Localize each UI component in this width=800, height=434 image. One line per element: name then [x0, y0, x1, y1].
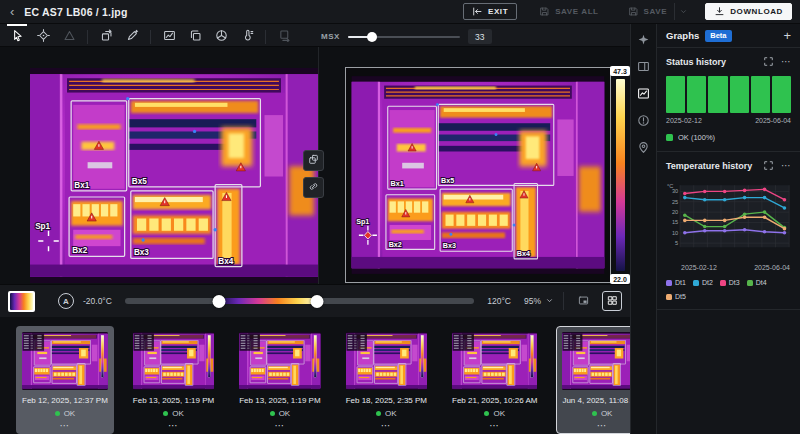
spot-tool-button[interactable] — [30, 27, 56, 47]
rail-sparkle-button[interactable] — [637, 33, 650, 49]
expand-icon[interactable] — [763, 160, 774, 172]
more-icon[interactable]: ⋯ — [781, 56, 791, 68]
isotherm-tool-button[interactable] — [234, 27, 260, 47]
levels-tool-icon — [163, 29, 176, 45]
msx-slider[interactable] — [348, 31, 460, 43]
status-legend: OK (100%) — [666, 133, 791, 142]
add-graph-button[interactable]: + — [783, 29, 791, 42]
save-dropdown-button[interactable] — [674, 3, 692, 20]
exit-icon — [472, 6, 483, 17]
status-history-bar[interactable] — [666, 76, 791, 113]
status-segment[interactable] — [772, 76, 791, 113]
thumbnail-more-button[interactable]: ⋯ — [168, 421, 179, 431]
temperature-range-slider[interactable] — [125, 293, 474, 309]
back-button[interactable]: ‹ — [8, 5, 16, 18]
status-text: OK — [64, 409, 76, 418]
svg-text:Bx5: Bx5 — [441, 175, 454, 184]
pointer-tool-button[interactable] — [4, 27, 30, 47]
thumbnail-more-button[interactable]: ⋯ — [274, 421, 285, 431]
status-date-end: 2025-06-04 — [755, 117, 791, 124]
svg-text:Bx3: Bx3 — [443, 241, 456, 250]
thumbnail-date: Feb 12, 2025, 12:37 PM — [22, 396, 108, 405]
legend-item: Dt5 — [666, 293, 686, 300]
single-view-button[interactable] — [573, 291, 593, 311]
download-icon — [714, 6, 725, 17]
rotate-tool-button[interactable] — [93, 27, 119, 47]
range-handle-high[interactable] — [311, 295, 324, 308]
expand-icon[interactable] — [763, 56, 774, 68]
scale-min-label: 22.0 — [610, 274, 630, 284]
thumbnail-card[interactable]: Feb 18, 2025, 2:35 PM OK ⋯ — [340, 326, 433, 434]
more-icon[interactable]: ⋯ — [781, 160, 791, 172]
thumbnail-image — [346, 332, 427, 390]
thumbnail-card[interactable]: Feb 21, 2025, 10:26 AM OK ⋯ — [446, 326, 543, 434]
svg-text:30: 30 — [672, 188, 678, 194]
auto-range-button[interactable]: A — [58, 293, 74, 309]
thermal-image-right[interactable]: Bx1Bx5Bx2Bx3Bx4Sp1 — [345, 67, 611, 283]
legend-label: Dt5 — [675, 293, 686, 300]
palette-preview-button[interactable] — [8, 291, 35, 312]
thumbnail-more-button[interactable]: ⋯ — [59, 421, 70, 431]
copy-tool-button[interactable] — [182, 27, 208, 47]
status-dot — [484, 411, 489, 416]
rail-layout-button[interactable] — [637, 60, 650, 76]
apply-all-tool-button[interactable] — [271, 27, 297, 47]
rail-info-button[interactable] — [637, 114, 650, 130]
svg-text:Bx2: Bx2 — [389, 239, 402, 248]
chart-date-end: 2025-06-04 — [754, 264, 790, 271]
page-title: EC AS7 LB06 / 1.jpg — [24, 6, 127, 18]
msx-slider-thumb[interactable] — [367, 32, 377, 42]
temperature-chart[interactable]: 51015202530°C — [666, 178, 792, 262]
legend-label: Dt2 — [702, 279, 713, 286]
legend-item: Dt2 — [693, 279, 713, 286]
toolbar-divider — [265, 30, 266, 44]
temperature-history-section: Temperature history ⋯ 51015202530°C 2025… — [657, 152, 800, 310]
rail-graphs-button[interactable] — [637, 87, 650, 103]
link-icon — [308, 180, 319, 195]
status-dot — [163, 411, 168, 416]
download-button[interactable]: DOWNLOAD — [705, 3, 792, 20]
svg-text:15: 15 — [672, 219, 678, 225]
toolbar: MSX 33 — [0, 24, 630, 47]
draw-tool-button[interactable] — [119, 27, 145, 47]
svg-text:Bx1: Bx1 — [390, 179, 403, 188]
delta-tool-button[interactable] — [56, 27, 82, 47]
thermal-image-left[interactable]: Bx1Bx5Bx2Bx3Bx4Sp1 — [30, 68, 318, 283]
thumbnail-status: OK — [133, 409, 214, 418]
palette-tool-button[interactable] — [208, 27, 234, 47]
status-segment[interactable] — [751, 76, 770, 113]
thumbnail-image — [452, 332, 537, 390]
levels-tool-button[interactable] — [156, 27, 182, 47]
thumbnail-card[interactable]: Feb 13, 2025, 1:19 PM OK ⋯ — [233, 326, 326, 434]
isotherm-tool-icon — [241, 29, 254, 45]
thumbnail-more-button[interactable]: ⋯ — [597, 421, 608, 431]
status-text: OK — [279, 409, 291, 418]
thumbnail-more-button[interactable]: ⋯ — [489, 421, 500, 431]
status-segment[interactable] — [730, 76, 749, 113]
thumbnail-card[interactable]: Feb 13, 2025, 1:19 PM OK ⋯ — [127, 326, 220, 434]
legend-swatch — [747, 280, 753, 286]
status-text: OK — [385, 409, 397, 418]
save-all-button[interactable]: SAVE ALL — [530, 3, 607, 20]
range-handle-low[interactable] — [213, 295, 226, 308]
exit-button[interactable]: EXIT — [463, 3, 517, 20]
zoom-select[interactable]: 95% — [524, 296, 554, 307]
thumbnail-card[interactable]: Feb 12, 2025, 12:37 PM OK ⋯ — [16, 326, 114, 434]
svg-text:°C: °C — [667, 183, 673, 189]
thumbnail-image — [239, 332, 320, 390]
palette-tool-icon — [215, 29, 228, 45]
compare-mode-button[interactable] — [303, 150, 324, 171]
scale-gradient[interactable] — [616, 79, 625, 271]
grid-view-button[interactable] — [602, 291, 622, 311]
thumbnail-status: OK — [239, 409, 320, 418]
layout-icon — [637, 61, 650, 76]
status-segment[interactable] — [687, 76, 706, 113]
apply-all-tool-icon — [278, 29, 291, 45]
status-segment[interactable] — [666, 76, 685, 113]
svg-text:5: 5 — [675, 240, 678, 246]
thumbnail-more-button[interactable]: ⋯ — [381, 421, 392, 431]
link-images-button[interactable] — [303, 177, 324, 198]
rail-location-button[interactable] — [637, 141, 650, 157]
save-button[interactable]: SAVE — [621, 3, 675, 20]
status-segment[interactable] — [708, 76, 727, 113]
